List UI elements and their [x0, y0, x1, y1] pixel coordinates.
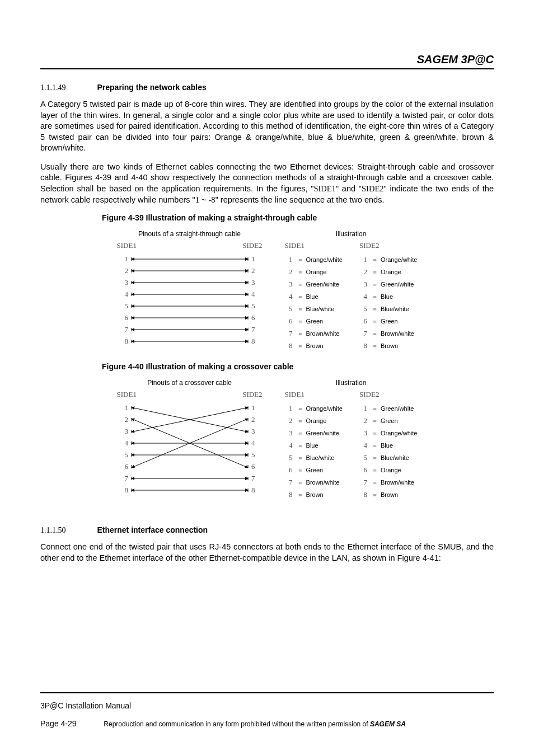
- pin-number: 3: [285, 280, 293, 289]
- pin-number: 4: [285, 292, 293, 301]
- color-label: Brown: [381, 342, 398, 349]
- pin-number: 2: [359, 267, 367, 276]
- color-label: Blue/white: [381, 454, 409, 461]
- side-label: SIDE1: [285, 241, 343, 250]
- pin-number: 8: [285, 490, 293, 499]
- svg-text:8: 8: [124, 486, 128, 494]
- color-label: Blue: [306, 293, 318, 300]
- illustration-side: SIDE11＝Orange/white2＝Orange3＝Green/white…: [285, 241, 343, 352]
- color-row: 5＝Blue/white: [359, 303, 417, 315]
- equals-icon: ＝: [297, 305, 303, 313]
- illustration-table: SIDE11＝Orange/white2＝Orange3＝Green/white…: [285, 241, 418, 352]
- side-label: SIDE2: [242, 241, 262, 250]
- color-label: Blue: [306, 442, 318, 449]
- figure-caption: Figure 4-40 Illustration of making a cro…: [102, 362, 494, 371]
- equals-icon: ＝: [372, 454, 377, 462]
- color-row: 4＝Blue: [359, 290, 417, 303]
- equals-icon: ＝: [297, 268, 303, 276]
- pin-number: 2: [359, 416, 367, 425]
- equals-icon: ＝: [297, 405, 303, 413]
- equals-icon: ＝: [372, 491, 377, 499]
- paragraph: Usually there are two kinds of Ethernet …: [40, 162, 494, 205]
- text: " and ": [336, 184, 362, 193]
- side-label: SIDE2: [242, 390, 262, 399]
- equals-icon: ＝: [372, 429, 377, 438]
- pin-number: 5: [285, 304, 293, 313]
- color-row: 3＝Green/white: [359, 278, 417, 290]
- figure-pinout-column: Pinouts of a crossover cable SIDE1 SIDE2…: [117, 375, 263, 503]
- figure-subcaption: Pinouts of a crossover cable: [147, 379, 232, 387]
- section-title: Ethernet interface connection: [97, 525, 208, 534]
- pin-number: 7: [359, 329, 367, 338]
- color-label: Brown: [381, 491, 398, 498]
- svg-text:2: 2: [124, 266, 128, 275]
- color-row: 4＝Blue: [359, 439, 417, 452]
- color-row: 7＝Brown/white: [359, 476, 417, 489]
- figure-40: Pinouts of a crossover cable SIDE1 SIDE2…: [40, 375, 494, 503]
- pin-number: 7: [359, 478, 367, 487]
- equals-icon: ＝: [372, 317, 377, 326]
- inline-code: 1: [195, 195, 199, 204]
- color-label: Brown/white: [306, 330, 340, 337]
- color-label: Green/white: [306, 281, 339, 288]
- figure-illustration-column: Illustration SIDE11＝Orange/white2＝Orange…: [285, 227, 418, 354]
- svg-text:8: 8: [124, 337, 128, 345]
- pin-number: 8: [359, 490, 367, 499]
- color-label: Brown: [306, 342, 324, 349]
- pin-number: 2: [285, 267, 293, 276]
- section-number: 1.1.1.50: [40, 526, 66, 535]
- svg-text:5: 5: [124, 302, 128, 310]
- text: ~: [199, 195, 209, 204]
- color-label: Blue: [381, 442, 393, 449]
- figure-39: Pinouts of a straight-through cable SIDE…: [40, 227, 494, 354]
- inline-code: SIDE2: [362, 184, 383, 193]
- equals-icon: ＝: [372, 256, 377, 264]
- color-row: 8＝Brown: [285, 489, 343, 501]
- equals-icon: ＝: [297, 280, 303, 289]
- equals-icon: ＝: [297, 429, 303, 438]
- equals-icon: ＝: [297, 317, 303, 326]
- svg-text:3: 3: [251, 427, 255, 435]
- pin-number: 5: [359, 304, 367, 313]
- color-label: Orange/white: [306, 405, 343, 412]
- svg-text:3: 3: [124, 278, 128, 287]
- svg-text:4: 4: [251, 290, 255, 298]
- equals-icon: ＝: [372, 417, 377, 425]
- footer-manual-title: 3P@C Installation Manual: [40, 701, 494, 710]
- svg-text:5: 5: [251, 450, 255, 459]
- pin-number: 5: [285, 453, 293, 462]
- equals-icon: ＝: [372, 268, 377, 276]
- color-row: 6＝Green: [285, 464, 343, 476]
- equals-icon: ＝: [297, 442, 303, 450]
- footer-reproduction-text: Reproduction and communication in any fo…: [104, 720, 370, 728]
- figure-subcaption: Illustration: [336, 230, 367, 238]
- illustration-table: SIDE11＝Orange/white2＝Orange3＝Green/white…: [285, 390, 418, 501]
- footer-bottom-line: Page 4-29 Reproduction and communication…: [40, 719, 494, 728]
- color-label: Blue: [381, 293, 393, 300]
- pin-number: 1: [359, 255, 367, 264]
- color-row: 5＝Blue/white: [285, 452, 343, 464]
- pin-number: 7: [285, 329, 293, 338]
- color-label: Orange: [381, 467, 401, 473]
- svg-text:1: 1: [251, 403, 255, 412]
- svg-text:1: 1: [251, 255, 255, 263]
- illustration-side: SIDE21＝Orange/white2＝Orange3＝Green/white…: [359, 241, 417, 352]
- paragraph: A Category 5 twisted pair is made up of …: [40, 99, 494, 154]
- equals-icon: ＝: [297, 491, 303, 499]
- equals-icon: ＝: [372, 442, 377, 450]
- color-row: 3＝Green/white: [285, 427, 343, 439]
- svg-text:6: 6: [251, 313, 255, 322]
- color-label: Brown: [306, 491, 324, 498]
- svg-text:5: 5: [124, 450, 128, 459]
- color-label: Blue/white: [381, 306, 409, 312]
- color-row: 8＝Brown: [285, 340, 343, 352]
- svg-text:7: 7: [251, 474, 255, 482]
- color-label: Brown/white: [381, 479, 414, 486]
- color-row: 4＝Blue: [285, 290, 343, 303]
- figure-pinout-column: Pinouts of a straight-through cable SIDE…: [117, 227, 263, 354]
- color-row: 8＝Brown: [359, 489, 417, 501]
- pin-number: 5: [359, 453, 367, 462]
- color-label: Green: [306, 467, 324, 473]
- svg-text:7: 7: [124, 325, 128, 334]
- equals-icon: ＝: [372, 478, 377, 487]
